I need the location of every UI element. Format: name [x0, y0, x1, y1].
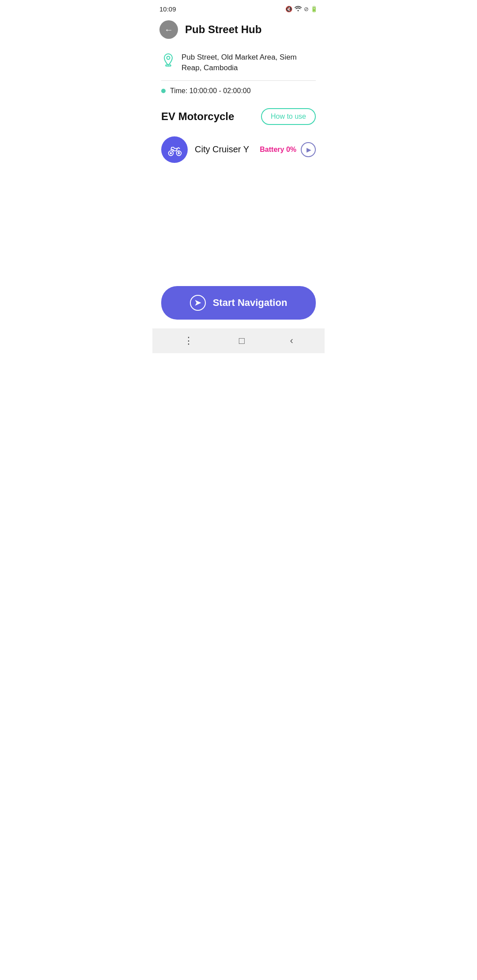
location-text: Pub Street, Old Market Area, Siem Reap, … — [182, 52, 316, 73]
vehicle-icon-circle — [161, 136, 188, 163]
back-nav-icon[interactable]: ‹ — [290, 335, 293, 347]
time-section: Time: 10:00:00 - 02:00:00 — [152, 81, 325, 101]
location-pin-icon — [161, 53, 175, 67]
start-navigation-label: Start Navigation — [213, 297, 288, 309]
status-time: 10:09 — [159, 5, 176, 13]
time-text: Time: 10:00:00 - 02:00:00 — [170, 87, 251, 95]
home-icon[interactable]: □ — [239, 335, 245, 347]
nav-button-wrap: ➤ Start Navigation — [152, 279, 325, 328]
navigation-icon: ➤ — [190, 295, 206, 311]
scooter-icon — [167, 142, 182, 158]
location-section: Pub Street, Old Market Area, Siem Reap, … — [152, 43, 325, 80]
status-bar: 10:09 🔇 ⊘ 🔋 — [152, 0, 325, 16]
back-button[interactable]: ← — [159, 20, 178, 39]
vehicle-card: City Cruiser Y Battery 0% ▶ — [152, 130, 325, 169]
wifi-icon — [294, 5, 302, 13]
top-bar: ← Pub Street Hub — [152, 16, 325, 43]
play-icon: ▶ — [307, 146, 311, 153]
location-icon-wrap — [161, 53, 175, 69]
how-to-use-button[interactable]: How to use — [261, 108, 316, 125]
no-signal-icon: ⊘ — [304, 6, 309, 12]
spacer — [152, 169, 325, 279]
play-button[interactable]: ▶ — [301, 142, 316, 157]
menu-icon[interactable]: ⋮ — [184, 335, 193, 347]
svg-point-3 — [170, 152, 172, 154]
back-arrow-icon: ← — [164, 25, 173, 34]
battery-icon: 🔋 — [310, 6, 318, 12]
status-icons: 🔇 ⊘ 🔋 — [285, 5, 318, 13]
page-title: Pub Street Hub — [185, 23, 261, 36]
svg-point-0 — [167, 57, 170, 60]
ev-section-header: EV Motorcycle How to use — [152, 101, 325, 130]
start-navigation-button[interactable]: ➤ Start Navigation — [161, 286, 316, 320]
battery-text: Battery 0% — [260, 146, 296, 154]
bottom-nav-bar: ⋮ □ ‹ — [152, 328, 325, 353]
mute-icon: 🔇 — [285, 6, 292, 12]
vehicle-name: City Cruiser Y — [195, 144, 253, 155]
time-dot-icon — [161, 89, 166, 93]
battery-info: Battery 0% ▶ — [260, 142, 316, 157]
navigation-arrow-icon: ➤ — [194, 298, 201, 308]
ev-title: EV Motorcycle — [161, 110, 234, 123]
